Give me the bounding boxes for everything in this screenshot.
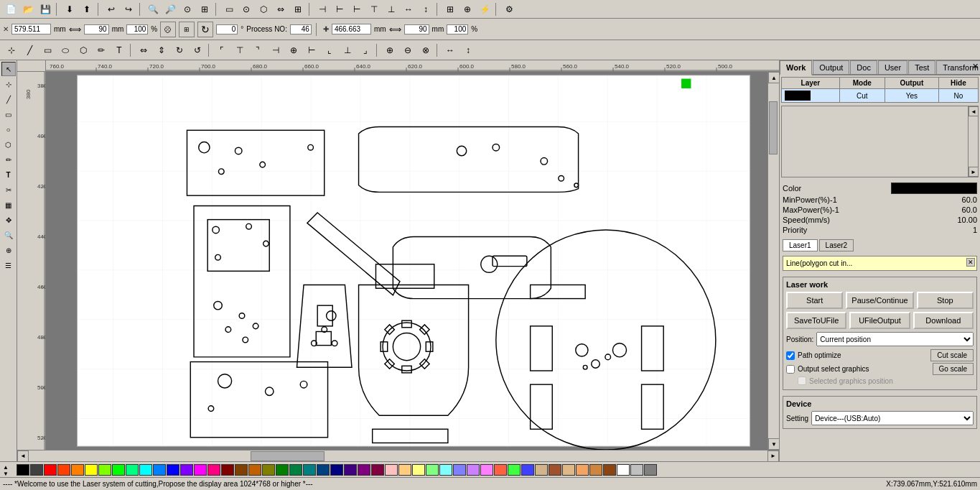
laser1-tab[interactable]: Laser1 xyxy=(783,239,818,251)
move-tool[interactable]: ✥ xyxy=(1,213,16,227)
select-button[interactable]: ▭ xyxy=(221,1,237,17)
color-dark-red[interactable] xyxy=(221,464,234,476)
align-right-button[interactable]: ⊢ xyxy=(349,1,365,17)
align-left-button[interactable]: ⊣ xyxy=(314,1,330,17)
zoom-in-button[interactable]: 🔍 xyxy=(145,1,161,17)
new-button[interactable]: 📄 xyxy=(3,1,19,17)
color-dark-purple[interactable] xyxy=(358,464,370,476)
scroll-down-button[interactable]: ▼ xyxy=(768,438,779,450)
tab-user[interactable]: User xyxy=(878,60,907,74)
align-mr-button[interactable]: ⊢ xyxy=(303,42,320,59)
color-green[interactable] xyxy=(112,464,125,476)
save-to-u-button[interactable]: SaveToUFile xyxy=(786,312,846,329)
tab-test[interactable]: Test xyxy=(908,60,935,74)
color-salmon[interactable] xyxy=(494,464,507,476)
fill-tool[interactable]: ▦ xyxy=(1,198,16,212)
path-tool[interactable]: ✏ xyxy=(1,152,16,167)
tab-output[interactable]: Output xyxy=(813,60,849,74)
diff-button[interactable]: ⊖ xyxy=(399,42,416,59)
draw-point-button[interactable]: ⊹ xyxy=(3,42,20,59)
intersect-button[interactable]: ⊗ xyxy=(417,42,434,59)
color-dark-gray[interactable] xyxy=(30,464,43,476)
text-button[interactable]: T xyxy=(111,42,128,59)
output-select-checkbox[interactable] xyxy=(786,365,795,374)
undo-button[interactable]: ↩ xyxy=(103,1,119,17)
color-dark-pink[interactable] xyxy=(371,464,384,476)
stop-button[interactable]: Stop xyxy=(917,292,974,309)
zoom-reset-button[interactable]: ⊙ xyxy=(179,1,195,17)
align-bottom-button[interactable]: ⊥ xyxy=(383,1,399,17)
rotate-ccw-button[interactable]: ↺ xyxy=(189,42,206,59)
save-button[interactable]: 💾 xyxy=(37,1,53,17)
color-burlywood[interactable] xyxy=(562,464,575,476)
union-button[interactable]: ⊕ xyxy=(381,42,398,59)
start-button[interactable]: Start xyxy=(786,292,843,309)
align-bc-button[interactable]: ⊥ xyxy=(339,42,356,59)
draw-path-button[interactable]: ✏ xyxy=(93,42,110,59)
panel-close-icon[interactable]: ✕ xyxy=(972,62,979,71)
node-tool[interactable]: ⊹ xyxy=(1,77,16,91)
draw-polygon-button[interactable]: ⬡ xyxy=(75,42,92,59)
ellipse-tool[interactable]: ○ xyxy=(1,122,16,137)
color-olive[interactable] xyxy=(262,464,275,476)
scroll-up-button[interactable]: ▲ xyxy=(768,72,779,83)
color-yellow[interactable] xyxy=(85,464,98,476)
import-button[interactable]: ⬇ xyxy=(62,1,78,17)
color-dark-blue[interactable] xyxy=(317,464,330,476)
rotate-cw-button[interactable]: ↻ xyxy=(171,42,188,59)
download-button[interactable]: Download xyxy=(913,312,974,329)
color-yellow-green[interactable] xyxy=(98,464,111,476)
color-orange-red[interactable] xyxy=(57,464,70,476)
export-button[interactable]: ⬆ xyxy=(79,1,95,17)
color-navy[interactable] xyxy=(330,464,343,476)
flip-h-button[interactable]: ⇔ xyxy=(135,42,152,59)
color-khaki[interactable] xyxy=(535,464,548,476)
align-br-button[interactable]: ⌟ xyxy=(357,42,374,59)
align-bl-button[interactable]: ⌞ xyxy=(321,42,338,59)
distribute-v-button[interactable]: ↕ xyxy=(418,1,434,17)
mirror-button[interactable]: ⇔ xyxy=(273,1,289,17)
hand-tool[interactable]: ☰ xyxy=(1,258,16,272)
tab-doc[interactable]: Doc xyxy=(850,60,877,74)
text-tool[interactable]: T xyxy=(1,167,16,182)
color-cyan[interactable] xyxy=(139,464,152,476)
align-center-button[interactable]: ⊢ xyxy=(332,1,347,17)
color-sandy[interactable] xyxy=(576,464,589,476)
color-light-lavender[interactable] xyxy=(467,464,480,476)
position-icon[interactable]: ⊞ xyxy=(179,22,195,37)
path-optimize-checkbox[interactable] xyxy=(786,351,795,360)
scrollbar-v-thumb[interactable] xyxy=(769,101,778,154)
group-button[interactable]: ⊞ xyxy=(290,1,306,17)
rotate-button[interactable]: ↻ xyxy=(197,22,213,37)
color-lime[interactable] xyxy=(508,464,521,476)
rect-tool[interactable]: ▭ xyxy=(1,107,16,121)
color-sienna[interactable] xyxy=(549,464,561,476)
align-tr-button[interactable]: ⌝ xyxy=(249,42,266,59)
process-no-input[interactable] xyxy=(290,24,312,34)
canvas-viewport[interactable] xyxy=(46,72,767,450)
align-tl-button[interactable]: ⌜ xyxy=(213,42,230,59)
ellipse-button[interactable]: ⊙ xyxy=(238,1,254,17)
color-light-cyan[interactable] xyxy=(439,464,452,476)
align-tc-button[interactable]: ⊤ xyxy=(231,42,248,59)
color-black[interactable] xyxy=(17,464,29,476)
color-magenta[interactable] xyxy=(194,464,207,476)
color-red[interactable] xyxy=(44,464,57,476)
color-medium-gray[interactable] xyxy=(644,464,657,476)
zoom-tool[interactable]: 🔍 xyxy=(1,228,16,242)
color-dark-cyan[interactable] xyxy=(303,464,316,476)
info-close-button[interactable]: ✕ xyxy=(966,258,975,267)
color-light-yellow[interactable] xyxy=(412,464,425,476)
flip-v-button[interactable]: ⇕ xyxy=(153,42,170,59)
color-dark-teal[interactable] xyxy=(289,464,302,476)
open-button[interactable]: 📂 xyxy=(20,1,36,17)
contract-h-button[interactable]: ↕ xyxy=(459,42,477,59)
draw-ellipse-button[interactable]: ⬭ xyxy=(57,42,74,59)
width-pct-input[interactable] xyxy=(126,24,148,34)
color-peru[interactable] xyxy=(589,464,602,476)
distribute-h-button[interactable]: ↔ xyxy=(401,1,416,17)
eyedrop-tool[interactable]: ⊕ xyxy=(1,243,16,257)
color-dark-orange[interactable] xyxy=(248,464,261,476)
color-light-green[interactable] xyxy=(426,464,439,476)
laser-button[interactable]: ⚡ xyxy=(477,1,493,17)
